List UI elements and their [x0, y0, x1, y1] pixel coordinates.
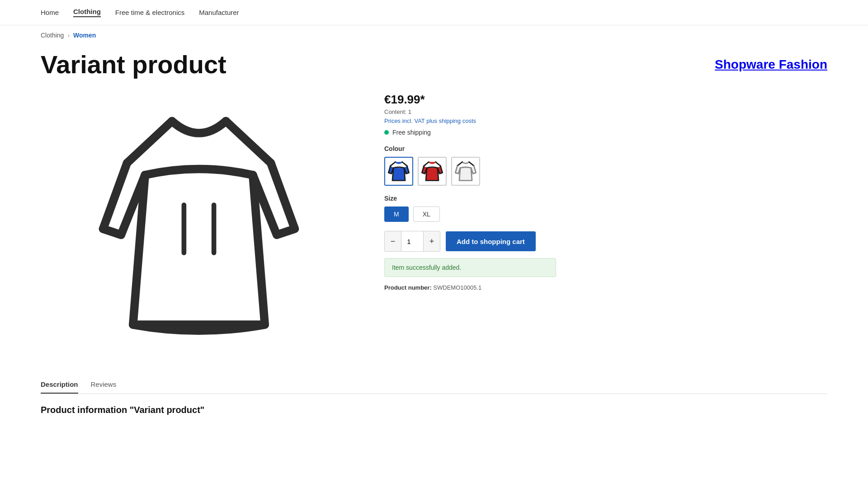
- size-xl-button[interactable]: XL: [413, 206, 440, 222]
- product-number-value: SWDEMO10005.1: [433, 284, 481, 291]
- size-m-button[interactable]: M: [384, 206, 409, 222]
- nav-clothing[interactable]: Clothing: [73, 8, 101, 17]
- content-info: Content: 1: [384, 108, 556, 115]
- breadcrumb-chevron: ›: [67, 32, 70, 39]
- breadcrumb-parent[interactable]: Clothing: [41, 32, 64, 39]
- add-to-cart-button[interactable]: Add to shopping cart: [446, 231, 536, 251]
- tab-description[interactable]: Description: [41, 376, 78, 394]
- quantity-decrease-button[interactable]: −: [385, 231, 401, 251]
- colour-options: [384, 157, 556, 186]
- free-shipping-dot: [384, 130, 389, 135]
- success-message: Item successfully added.: [384, 258, 556, 277]
- quantity-control: − +: [384, 231, 440, 252]
- shipping-costs-link[interactable]: Prices incl. VAT plus shipping costs: [384, 117, 476, 124]
- product-number: Product number: SWDEMO10005.1: [384, 284, 556, 291]
- product-price: €19.99*: [384, 93, 556, 107]
- free-shipping: Free shipping: [384, 129, 556, 136]
- product-number-label: Product number:: [384, 284, 432, 291]
- cart-row: − + Add to shopping cart: [384, 231, 556, 252]
- size-options: M XL: [384, 206, 556, 222]
- product-info-col: €19.99* Content: 1 Prices incl. VAT plus…: [384, 88, 556, 291]
- colour-option-red[interactable]: [418, 157, 447, 186]
- colour-label: Colour: [384, 145, 556, 152]
- colour-option-white[interactable]: [451, 157, 480, 186]
- product-title: Variant product: [41, 50, 226, 79]
- main-content: €19.99* Content: 1 Prices incl. VAT plus…: [0, 88, 868, 358]
- nav-manufacturer[interactable]: Manufacturer: [199, 9, 239, 16]
- tabs: Description Reviews: [41, 376, 827, 394]
- tab-reviews[interactable]: Reviews: [91, 376, 117, 394]
- quantity-input[interactable]: [401, 231, 424, 251]
- size-label: Size: [384, 195, 556, 202]
- nav-home[interactable]: Home: [41, 9, 59, 16]
- tabs-section: Description Reviews: [0, 358, 868, 394]
- product-image: [79, 97, 319, 349]
- free-shipping-label: Free shipping: [392, 129, 431, 136]
- product-info-heading: Product information "Variant product": [0, 394, 868, 415]
- main-nav: Home Clothing Free time & electronics Ma…: [0, 0, 868, 25]
- nav-free-time[interactable]: Free time & electronics: [115, 9, 184, 16]
- colour-option-blue[interactable]: [384, 157, 413, 186]
- page-title-row: Variant product Shopware Fashion: [0, 45, 868, 88]
- breadcrumb: Clothing › Women: [0, 25, 868, 45]
- quantity-increase-button[interactable]: +: [424, 231, 440, 251]
- breadcrumb-current: Women: [73, 32, 96, 39]
- product-image-col: [41, 88, 357, 358]
- manufacturer-link[interactable]: Shopware Fashion: [715, 57, 827, 72]
